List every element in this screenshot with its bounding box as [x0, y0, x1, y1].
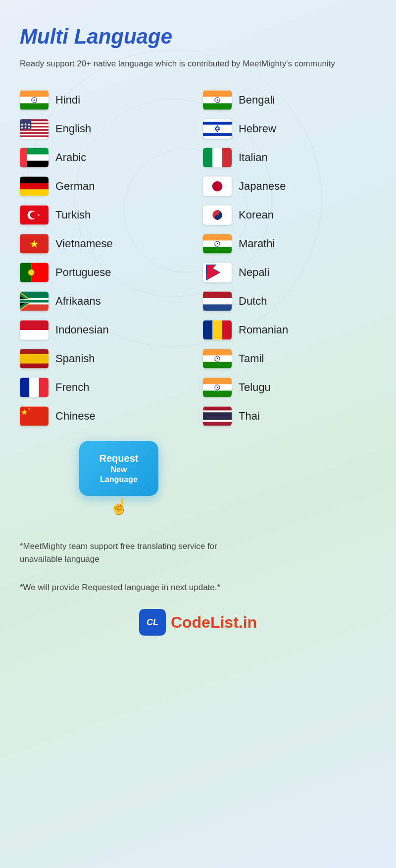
list-item: Turkish: [20, 205, 193, 225]
svg-rect-21: [20, 135, 49, 137]
svg-point-50: [215, 215, 220, 220]
flag-southafrica: [20, 291, 49, 311]
flag-japan: [203, 176, 232, 196]
flag-israel: [203, 119, 232, 139]
svg-rect-19: [20, 132, 49, 134]
codelist-logo: CL CodeList.in: [20, 609, 376, 636]
flag-india: [203, 234, 232, 254]
svg-rect-78: [20, 330, 49, 339]
svg-rect-83: [20, 354, 49, 363]
flag-thailand: [203, 406, 232, 426]
svg-rect-20: [20, 134, 49, 135]
flag-china: [20, 406, 49, 426]
language-name: Chinese: [55, 410, 96, 423]
flag-italy: [203, 148, 232, 167]
svg-point-60: [28, 269, 35, 275]
language-name: Thai: [239, 410, 260, 423]
logo-icon: CL: [139, 609, 166, 636]
list-item: Hindi: [20, 90, 193, 110]
list-item: Indonesian: [20, 320, 193, 340]
language-name: Japanese: [239, 180, 286, 193]
svg-text:★★★: ★★★: [20, 125, 31, 130]
list-item: Telugu: [203, 378, 376, 397]
svg-point-9: [217, 99, 218, 101]
flag-france: [20, 378, 49, 397]
language-name: Portuguese: [55, 266, 111, 279]
svg-rect-37: [222, 148, 232, 167]
svg-rect-94: [203, 390, 232, 397]
list-item: Afrikaans: [20, 291, 193, 311]
list-item: French: [20, 378, 193, 397]
list-item: Korean: [203, 205, 376, 225]
svg-rect-27: [203, 121, 232, 124]
svg-rect-90: [29, 378, 39, 397]
language-name: Indonesian: [55, 324, 109, 336]
svg-rect-103: [203, 412, 232, 420]
flag-spain: [20, 349, 49, 369]
list-item: Italian: [203, 148, 376, 167]
request-new-language-button[interactable]: Request New Language: [79, 441, 158, 496]
list-item: Vietnamese: [20, 234, 193, 254]
svg-rect-53: [203, 234, 232, 240]
svg-rect-28: [203, 133, 232, 136]
flag-turkey: [20, 205, 49, 225]
list-item: Dutch: [203, 291, 376, 311]
language-name: Afrikaans: [55, 295, 101, 308]
svg-point-49: [215, 210, 220, 215]
page-subtitle: Ready support 20+ native language which …: [20, 57, 356, 70]
svg-rect-92: [203, 378, 232, 384]
svg-rect-74: [203, 291, 232, 298]
svg-point-88: [217, 358, 218, 359]
flag-india: [203, 90, 232, 110]
flag-korea: [203, 205, 232, 225]
svg-point-57: [217, 243, 218, 244]
flag-usa: ★★★ ★★★: [20, 119, 49, 139]
svg-rect-91: [39, 378, 49, 397]
flag-vietnam: [20, 234, 49, 254]
svg-rect-76: [203, 304, 232, 311]
svg-rect-79: [203, 320, 212, 339]
list-item: Portuguese: [20, 263, 193, 282]
svg-rect-40: [20, 189, 49, 196]
svg-rect-80: [212, 320, 222, 339]
svg-rect-22: [20, 137, 49, 138]
svg-rect-81: [222, 320, 232, 339]
svg-point-42: [212, 181, 223, 191]
list-item: Japanese: [203, 176, 376, 196]
footnote-2: *We will provide Requested language in n…: [20, 581, 257, 594]
flag-germany: [20, 176, 49, 196]
flag-indonesia: [20, 320, 49, 340]
list-item: Nepali: [203, 263, 376, 282]
language-name: German: [55, 180, 95, 193]
list-item: Bengali: [203, 90, 376, 110]
svg-rect-0: [20, 90, 49, 97]
svg-rect-75: [203, 298, 232, 304]
language-name: Spanish: [55, 352, 95, 365]
language-name: Marathi: [239, 237, 275, 250]
svg-rect-73: [20, 300, 49, 302]
language-name: Turkish: [55, 209, 91, 221]
language-name: French: [55, 381, 89, 394]
flag-uae: [20, 148, 49, 167]
flag-india: [20, 90, 49, 110]
list-item: German: [20, 176, 193, 196]
language-name: Tamil: [239, 352, 264, 365]
list-item: Thai: [203, 406, 376, 426]
language-name: Hebrew: [239, 122, 276, 135]
list-item: Hebrew: [203, 119, 376, 139]
language-name: Vietnamese: [55, 237, 113, 250]
list-item: Arabic: [20, 148, 193, 167]
svg-rect-36: [212, 148, 222, 167]
logo-text: CodeList.in: [171, 613, 257, 632]
svg-rect-34: [20, 148, 27, 167]
language-name: Korean: [239, 209, 274, 221]
svg-rect-84: [203, 349, 232, 355]
language-name: Italian: [239, 151, 268, 164]
flag-netherlands: [203, 291, 232, 311]
svg-rect-18: [20, 130, 49, 132]
request-area: Request New Language ☝️: [79, 441, 376, 516]
svg-point-4: [34, 99, 35, 101]
list-item: Romanian: [203, 320, 376, 340]
languages-grid: Hindi Bengali: [20, 90, 376, 426]
svg-rect-5: [203, 90, 232, 97]
